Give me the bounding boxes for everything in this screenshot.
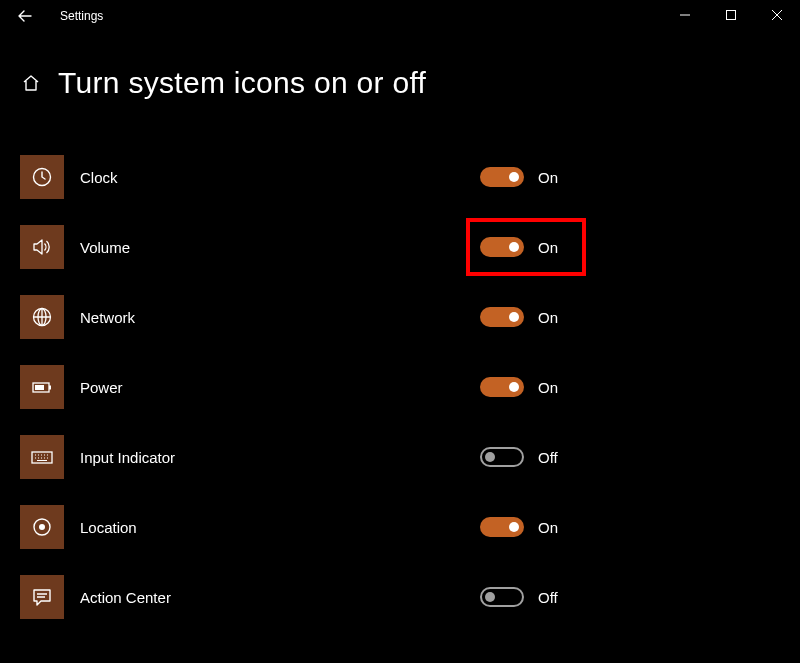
toggle-wrap-clock: On xyxy=(480,155,558,199)
maximize-icon xyxy=(726,10,736,20)
arrow-left-icon xyxy=(18,9,32,23)
label-location: Location xyxy=(80,519,137,536)
toggle-network[interactable] xyxy=(480,307,524,327)
toggle-action-center[interactable] xyxy=(480,587,524,607)
label-power: Power xyxy=(80,379,123,396)
target-icon-tile xyxy=(20,505,64,549)
toggle-knob xyxy=(509,312,519,322)
toggle-knob xyxy=(509,172,519,182)
row-network: NetworkOn xyxy=(20,282,800,352)
toggle-volume[interactable] xyxy=(480,237,524,257)
label-action-center: Action Center xyxy=(80,589,171,606)
target-icon xyxy=(31,516,53,538)
toggle-state-label-volume: On xyxy=(538,239,558,256)
svg-rect-6 xyxy=(35,385,44,390)
label-input-indicator: Input Indicator xyxy=(80,449,175,466)
close-button[interactable] xyxy=(754,0,800,30)
toggle-state-label-action-center: Off xyxy=(538,589,558,606)
label-volume: Volume xyxy=(80,239,130,256)
keyboard-icon xyxy=(30,446,54,468)
label-clock: Clock xyxy=(80,169,118,186)
toggle-state-label-location: On xyxy=(538,519,558,536)
toggle-wrap-location: On xyxy=(480,505,558,549)
minimize-button[interactable] xyxy=(662,0,708,30)
row-action-center: Action CenterOff xyxy=(20,562,800,632)
keyboard-icon-tile xyxy=(20,435,64,479)
close-icon xyxy=(772,10,782,20)
toggle-wrap-power: On xyxy=(480,365,558,409)
toggle-wrap-network: On xyxy=(480,295,558,339)
action-center-icon xyxy=(31,586,53,608)
battery-icon xyxy=(30,376,54,398)
clock-icon xyxy=(31,166,53,188)
row-volume: VolumeOn xyxy=(20,212,800,282)
toggle-state-label-power: On xyxy=(538,379,558,396)
toggle-state-label-network: On xyxy=(538,309,558,326)
battery-icon-tile xyxy=(20,365,64,409)
toggle-state-label-clock: On xyxy=(538,169,558,186)
globe-icon-tile xyxy=(20,295,64,339)
toggle-state-label-input-indicator: Off xyxy=(538,449,558,466)
svg-rect-0 xyxy=(727,11,736,20)
minimize-icon xyxy=(680,10,690,20)
action-center-icon-tile xyxy=(20,575,64,619)
settings-list: ClockOnVolumeOnNetworkOnPowerOnInput Ind… xyxy=(0,142,800,632)
volume-icon-tile xyxy=(20,225,64,269)
toggle-clock[interactable] xyxy=(480,167,524,187)
back-button[interactable] xyxy=(18,9,32,23)
toggle-knob xyxy=(509,522,519,532)
toggle-wrap-volume: On xyxy=(480,225,558,269)
label-network: Network xyxy=(80,309,135,326)
svg-rect-5 xyxy=(49,386,51,390)
toggle-input-indicator[interactable] xyxy=(480,447,524,467)
row-power: PowerOn xyxy=(20,352,800,422)
app-title: Settings xyxy=(60,9,103,23)
toggle-wrap-action-center: Off xyxy=(480,575,558,619)
row-clock: ClockOn xyxy=(20,142,800,212)
home-icon[interactable] xyxy=(20,72,42,94)
globe-icon xyxy=(31,306,53,328)
toggle-knob xyxy=(485,592,495,602)
clock-icon-tile xyxy=(20,155,64,199)
toggle-knob xyxy=(509,242,519,252)
row-location: LocationOn xyxy=(20,492,800,562)
toggle-knob xyxy=(485,452,495,462)
toggle-knob xyxy=(509,382,519,392)
svg-point-9 xyxy=(39,524,45,530)
maximize-button[interactable] xyxy=(708,0,754,30)
toggle-wrap-input-indicator: Off xyxy=(480,435,558,479)
toggle-location[interactable] xyxy=(480,517,524,537)
row-input-indicator: Input IndicatorOff xyxy=(20,422,800,492)
page-header: Turn system icons on or off xyxy=(0,32,800,100)
window-controls xyxy=(662,0,800,30)
toggle-power[interactable] xyxy=(480,377,524,397)
volume-icon xyxy=(31,236,53,258)
page-title: Turn system icons on or off xyxy=(58,66,426,100)
